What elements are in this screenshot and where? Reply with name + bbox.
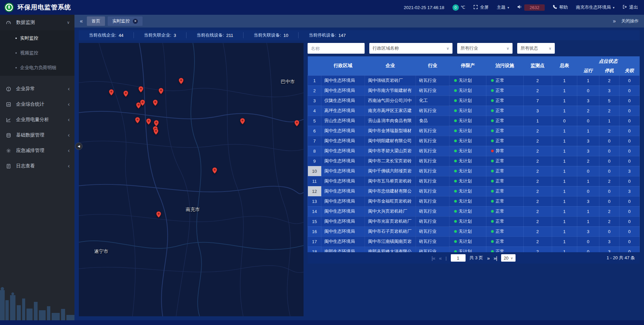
database-icon [6,133,13,138]
table-row[interactable]: 10阆中生态环境局阆中千佛镇六郎垭页岩砖瓦行业无计划正常21003 [308,166,640,176]
meters-cell: 1 [552,186,577,196]
table-row[interactable]: 12阆中生态环境局阆中市忠信建材有限公砖瓦行业无计划正常21003 [308,186,640,196]
close-operations-button[interactable]: 关闭操作 [621,18,639,24]
submenu-item-label: 视频监控 [20,50,38,56]
sidebar-item-log-view[interactable]: 日志查看 ‹ [0,158,74,174]
region-select[interactable]: 行政区域名称 ∨ [369,43,452,54]
limit-status-cell: 无计划 [449,226,486,236]
company-cell[interactable]: 阆中市五马桥页岩机砖 [365,176,416,186]
table-row[interactable]: 2阆中生态环境局阆中市南方节能建材有砖瓦行业无计划正常21030 [308,86,640,96]
map-panel[interactable]: 巴中市南充市遂宁市 [79,43,304,316]
table-row[interactable]: 15阆中生态环境局阆中市光富页岩机砖厂砖瓦行业无计划正常21120 [308,216,640,226]
app-window: 环保用电监管系统 2021-02-25 17:46:18 0 ℃ 全屏 主题 ▾ [0,0,644,325]
name-filter-input[interactable] [308,43,365,54]
company-cell[interactable]: 阆中市南方节能建材有 [365,86,416,96]
table-row[interactable]: 7阆中生态环境局阆中明阳建材有限公司砖瓦行业无计划正常21300 [308,136,640,146]
company-cell[interactable]: 阆中明阳建材有限公司 [365,136,416,146]
stat-label: 当前在线企业: [89,32,116,38]
table-row[interactable]: 18南部生态环境局南部县双峰太洋有限公砖瓦行业无计划正常21030 [308,247,640,252]
table-row[interactable]: 1阆中生态环境局阆中强锐页岩砖厂砖瓦行业无计划正常21120 [308,75,640,86]
tab-realtime-monitor[interactable]: 实时监控 ✕ [108,16,143,26]
lost-cell: 0 [619,86,639,96]
tabs-scroll-left-icon[interactable]: « [80,18,83,24]
logout-icon [623,5,627,10]
company-cell[interactable]: 营山县润丰肉食品有限 [365,116,416,126]
last-page-button[interactable]: »| [493,255,497,261]
line-chart-icon [6,117,13,122]
sidebar-item-power-analysis[interactable]: 企业用电量分析 ‹ [0,112,74,127]
table-row[interactable]: 14阆中生态环境局阆中大兴页岩机砖厂砖瓦行业无计划正常21120 [308,206,640,216]
page-size-select[interactable]: 20 ∨ [501,254,516,262]
prev-page-button[interactable]: « [439,255,441,261]
next-page-button[interactable]: » [487,255,489,261]
company-cell[interactable]: 阆中千佛镇六郎垭页岩 [365,166,416,176]
company-cell[interactable]: 阆中市江南镇阆南页岩 [365,236,416,247]
company-cell[interactable]: 阆中市二龙长宝页岩砖 [365,156,416,166]
status-dot-icon [491,140,494,142]
run-cell: 3 [577,146,599,156]
sidebar-item-base-data[interactable]: 基础数据管理 ‹ [0,127,74,143]
close-icon[interactable]: ✕ [133,19,138,24]
table-row[interactable]: 17阆中生态环境局阆中市江南镇阆南页岩砖瓦行业无计划正常21030 [308,236,640,247]
table-row[interactable]: 6阆中生态环境局阆中市金博瑞新型墙材砖瓦行业无计划正常21120 [308,126,640,136]
stat-value: 3 [174,33,176,38]
speaker-icon [517,5,522,10]
theme-dropdown[interactable]: 主题 ▾ [497,4,509,10]
logout-button[interactable]: 退出 [623,4,638,10]
table-row[interactable]: 16阆中生态环境局阆中市石子页岩机砖厂砖瓦行业无计划正常21300 [308,226,640,236]
sidebar-collapse-button[interactable]: ◀ [75,143,83,150]
header-facility: 治污设施 [486,56,523,75]
company-cell[interactable]: 阆中强锐页岩砖厂 [365,75,416,86]
company-cell[interactable]: 阆中大兴页岩机砖厂 [365,206,416,216]
company-cell[interactable]: 南充市高坪区王家店建 [365,106,416,116]
chevron-left-icon: ‹ [68,118,70,121]
sidebar-item-company-abnormal[interactable]: 企业异常 ‹ [0,81,74,97]
sidebar-item-power-load-detail[interactable]: 企业电力负荷明细 [0,60,74,75]
region-cell: 阆中生态环境局 [321,236,365,247]
company-cell[interactable]: 阆中市金福旺页岩机砖 [365,196,416,206]
company-cell[interactable]: 阆中市光富页岩机砖厂 [365,216,416,226]
status-select[interactable]: 所有状态 ∨ [517,43,555,54]
status-dot-icon [454,140,457,142]
company-cell[interactable]: 南部县双峰太洋有限公 [365,247,416,252]
points-cell: 2 [523,236,552,247]
sidebar-item-video-monitor[interactable]: 视频监控 [0,46,74,60]
table-row[interactable]: 9阆中生态环境局阆中市二龙长宝页岩砖砖瓦行业无计划正常21200 [308,156,640,166]
first-page-button[interactable]: |« [432,255,435,261]
table-row[interactable]: 3仪陇生态环境局西南油气田分公司川中化工无计划正常71350 [308,96,640,106]
status-dot-icon [454,200,457,203]
data-panel: 行政区域名称 ∨ 所有行业 ∨ 所有状态 ∨ [308,43,640,264]
help-button[interactable]: 帮助 [553,4,568,10]
company-cell[interactable]: 西南油气田分公司川中 [365,96,416,106]
table-row[interactable]: 11阆中生态环境局阆中市五马桥页岩机砖砖瓦行业无计划正常21120 [308,176,640,186]
points-cell: 2 [523,216,552,226]
points-cell: 3 [523,106,552,116]
tab-home[interactable]: 首页 [87,16,105,26]
sidebar-item-emergency-reduction[interactable]: 应急减排管理 ‹ [0,143,74,158]
stat-item: 当前失联设备:10 [244,32,299,38]
facility-status-cell: 正常 [486,156,523,166]
industry-cell: 砖瓦行业 [416,206,449,216]
company-cell[interactable]: 阆中市金博瑞新型墙材 [365,126,416,136]
tab-bar: « 首页 实时监控 ✕ » 关闭操作 [74,15,644,28]
company-cell[interactable]: 阆中市忠信建材有限公 [365,186,416,196]
sidebar-item-data-monitoring[interactable]: 数据监测 ∨ [0,15,74,30]
fullscreen-button[interactable]: 全屏 [473,4,489,10]
theme-label: 主题 [497,4,505,10]
company-cell[interactable]: 阆中市石子页岩机砖厂 [365,226,416,236]
table-row[interactable]: 13阆中生态环境局阆中市金福旺页岩机砖砖瓦行业无计划正常21300 [308,196,640,206]
sidebar-item-realtime-monitor[interactable]: 实时监控 [0,31,74,46]
industry-cell: 砖瓦行业 [416,136,449,146]
table-row[interactable]: 5营山生态环境局营山县润丰肉食品有限食品无计划正常10010 [308,116,640,126]
collapse-left-icon: ◀ [78,145,80,148]
run-cell: 3 [577,226,599,236]
alert-widget[interactable]: 2632 [517,4,545,11]
company-cell[interactable]: 阆中市枣碧大梁山页岩 [365,146,416,156]
page-input[interactable] [451,254,466,262]
tabs-scroll-right-icon[interactable]: » [613,18,616,24]
industry-select[interactable]: 所有行业 ∨ [457,43,513,54]
sidebar-item-company-statistics[interactable]: 企业综合统计 ‹ [0,97,74,112]
org-dropdown[interactable]: 南充市生态环境局 ▾ [576,4,614,10]
table-row[interactable]: 4高坪生态环境局南充市高坪区王家店建砖瓦行业无计划正常31220 [308,106,640,116]
table-row[interactable]: 8阆中生态环境局阆中市枣碧大梁山页岩砖瓦行业无计划异常21300 [308,146,640,156]
